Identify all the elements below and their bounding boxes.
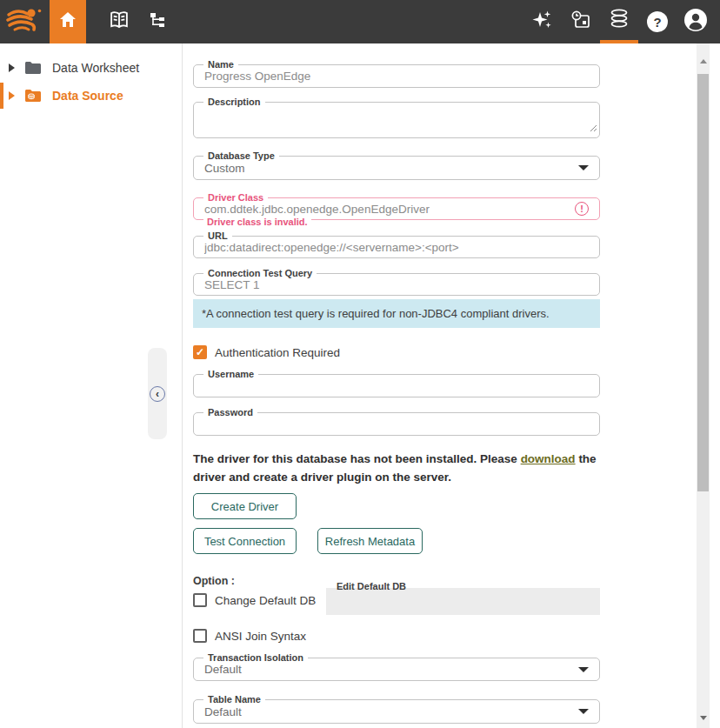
help-icon: ? <box>647 11 668 32</box>
password-field-label: Password <box>203 406 257 418</box>
transaction-isolation-label: Transaction Isolation <box>203 651 308 664</box>
top-navbar: ? <box>0 0 720 43</box>
ansi-join-label: ANSI Join Syntax <box>215 630 306 643</box>
auth-required-label: Authentication Required <box>215 346 340 359</box>
data-sources-nav-button[interactable] <box>600 0 638 43</box>
connection-test-query-label: Connection Test Query <box>203 267 317 279</box>
description-field-label: Description <box>203 96 265 108</box>
chevron-down-icon <box>578 709 589 714</box>
expand-triangle-icon[interactable] <box>9 91 15 100</box>
hierarchy-tree-icon <box>147 10 168 34</box>
url-field[interactable]: URL jdbc:datadirect:openedge://<serverna… <box>193 236 600 258</box>
transaction-isolation-value: Default <box>204 663 242 676</box>
open-book-icon <box>108 9 130 35</box>
transaction-isolation-select[interactable]: Transaction Isolation Default <box>193 658 600 681</box>
change-default-db-row: Change Default DB <box>193 593 316 607</box>
download-link[interactable]: download <box>521 452 576 465</box>
driver-notice-before: The driver for this database has not bee… <box>193 452 521 465</box>
app-window: ? Data Worksheet <box>0 0 720 728</box>
scroll-up-button[interactable] <box>697 54 710 68</box>
sidebar-item-label: Data Source <box>52 89 123 103</box>
create-driver-button[interactable]: Create Driver <box>193 493 297 519</box>
name-field-value: Progress OpenEdge <box>204 70 310 83</box>
url-field-value: jdbc:datadirect:openedge://<servername>:… <box>204 241 459 254</box>
change-default-db-checkbox[interactable] <box>193 593 207 607</box>
password-field[interactable]: Password <box>193 412 600 436</box>
help-button[interactable]: ? <box>638 0 677 43</box>
connection-test-query-field[interactable]: Connection Test Query SELECT 1 <box>193 273 600 296</box>
test-connection-button[interactable]: Test Connection <box>193 528 297 554</box>
connection-test-query-value: SELECT 1 <box>204 278 260 291</box>
sidebar-item-label: Data Worksheet <box>52 61 139 75</box>
chevron-down-icon <box>578 667 589 672</box>
triangle-up-icon <box>700 59 707 63</box>
hierarchy-button[interactable] <box>138 0 177 43</box>
account-icon <box>683 8 708 36</box>
refresh-metadata-button[interactable]: Refresh Metadata <box>317 528 423 554</box>
ansi-join-row: ANSI Join Syntax <box>193 629 600 643</box>
ansi-join-checkbox[interactable] <box>193 629 207 643</box>
driver-class-field[interactable]: Driver Class com.ddtek.jdbc.openedge.Ope… <box>193 197 600 220</box>
main-content: Name Progress OpenEdge Description Datab… <box>183 43 697 728</box>
resize-grip-icon[interactable] <box>590 120 597 136</box>
expand-triangle-icon[interactable] <box>9 63 15 72</box>
active-indicator-bar <box>0 83 3 109</box>
database-icon <box>608 7 630 33</box>
info-banner-text: *A connection test query is required for… <box>202 307 550 320</box>
description-field[interactable]: Description <box>193 102 600 138</box>
table-name-label: Table Name <box>203 693 265 705</box>
scroll-down-button[interactable] <box>697 711 710 725</box>
driver-class-error-text: Driver class is invalid. <box>203 217 311 227</box>
database-type-label: Database Type <box>203 150 279 162</box>
vertical-scrollbar[interactable] <box>697 43 710 728</box>
home-button[interactable] <box>50 0 86 43</box>
home-icon <box>57 10 78 34</box>
sparkles-icon <box>531 9 554 35</box>
username-field[interactable]: Username <box>193 374 600 397</box>
auth-required-row: Authentication Required <box>193 345 600 359</box>
ai-assistant-button[interactable] <box>523 0 562 43</box>
sidebar-item-data-worksheet[interactable]: Data Worksheet <box>0 54 182 82</box>
aqua-swoosh-icon <box>6 4 44 39</box>
error-icon: ! <box>575 202 589 216</box>
folder-database-icon <box>24 89 42 103</box>
image-clock-icon <box>570 9 592 35</box>
schedule-export-button[interactable] <box>562 0 600 43</box>
driver-class-value: com.ddtek.jdbc.openedge.OpenEdgeDriver <box>204 203 430 216</box>
change-default-db-label: Change Default DB <box>215 594 316 607</box>
triangle-down-icon <box>700 716 707 720</box>
folder-icon <box>24 61 42 75</box>
library-button[interactable] <box>100 0 138 43</box>
name-field-label: Name <box>203 58 238 70</box>
scrollbar-thumb[interactable] <box>697 74 709 491</box>
sidebar-collapse-handle[interactable]: ‹ <box>148 348 167 439</box>
table-name-select[interactable]: Table Name Default <box>193 699 600 724</box>
username-field-label: Username <box>203 368 258 380</box>
database-type-value: Custom <box>204 162 245 175</box>
datasource-form: Name Progress OpenEdge Description Datab… <box>193 43 600 724</box>
database-type-select[interactable]: Database Type Custom <box>193 156 600 180</box>
edit-default-db-field: Edit Default DB <box>326 588 600 615</box>
auth-required-checkbox[interactable] <box>193 345 207 359</box>
name-field[interactable]: Name Progress OpenEdge <box>193 64 600 88</box>
table-name-value: Default <box>204 705 242 718</box>
url-field-label: URL <box>203 230 232 242</box>
driver-class-label: Driver Class <box>203 191 268 204</box>
info-banner: *A connection test query is required for… <box>193 299 600 328</box>
account-button[interactable] <box>677 0 715 43</box>
chevron-down-icon <box>578 165 589 170</box>
driver-notice: The driver for this database has not bee… <box>193 450 602 486</box>
sidebar-item-data-source[interactable]: Data Source <box>0 82 182 110</box>
chevron-left-icon: ‹ <box>150 386 165 402</box>
edit-default-db-label: Edit Default DB <box>333 581 410 591</box>
app-logo <box>0 0 50 43</box>
